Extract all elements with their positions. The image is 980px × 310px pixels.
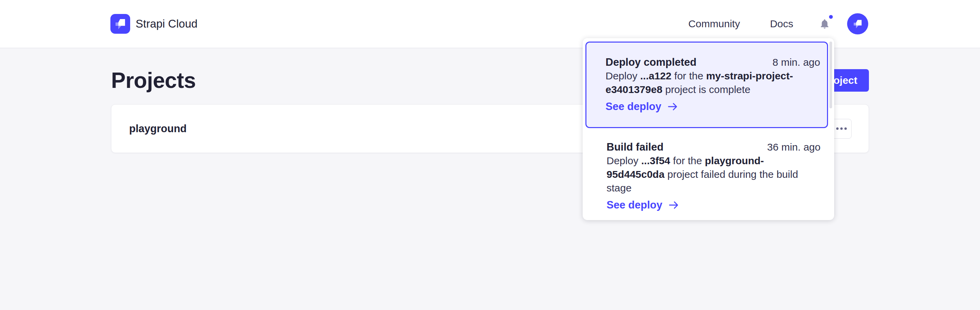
- bell-icon: [819, 18, 830, 30]
- more-options-icon: [836, 127, 838, 130]
- notification-title: Deploy completed: [606, 56, 697, 69]
- header-nav: Community Docs: [688, 13, 868, 34]
- brand: Strapi Cloud: [110, 14, 197, 34]
- strapi-logo-icon: [110, 14, 130, 34]
- project-name: playground: [129, 122, 187, 135]
- see-deploy-label: See deploy: [606, 198, 662, 212]
- nav-docs[interactable]: Docs: [770, 18, 793, 30]
- unread-dot: [829, 15, 833, 19]
- arrow-right-icon: [668, 199, 679, 211]
- strapi-avatar-icon: [850, 16, 866, 32]
- see-deploy-label: See deploy: [606, 100, 662, 113]
- notifications-list: Deploy completed8 min. agoDeploy ...a122…: [585, 41, 828, 212]
- see-deploy-link[interactable]: See deploy: [606, 198, 679, 212]
- nav-community[interactable]: Community: [688, 18, 740, 30]
- notifications-button[interactable]: [819, 18, 831, 30]
- notification-item[interactable]: Deploy completed8 min. agoDeploy ...a122…: [585, 41, 828, 128]
- notification-body: Deploy ...3f54 for the playground-95d445…: [606, 154, 821, 195]
- notification-time: 8 min. ago: [773, 56, 820, 69]
- brand-name: Strapi Cloud: [135, 17, 197, 30]
- notification-title: Build failed: [606, 140, 663, 154]
- see-deploy-link[interactable]: See deploy: [606, 100, 678, 113]
- notification-title-row: Deploy completed8 min. ago: [606, 56, 820, 69]
- notification-body: Deploy ...a122 for the my-strapi-project…: [606, 69, 820, 96]
- user-avatar[interactable]: [847, 13, 868, 34]
- notifications-dropdown: Deploy completed8 min. agoDeploy ...a122…: [583, 38, 834, 220]
- scrollbar-thumb[interactable]: [829, 41, 832, 108]
- notification-title-row: Build failed36 min. ago: [606, 140, 821, 154]
- notification-item[interactable]: Build failed36 min. agoDeploy ...3f54 fo…: [585, 128, 828, 212]
- page-title: Projects: [111, 68, 196, 93]
- arrow-right-icon: [667, 101, 678, 113]
- project-menu-button[interactable]: [831, 119, 851, 139]
- strapi-logo[interactable]: [110, 14, 130, 34]
- notification-time: 36 min. ago: [767, 140, 821, 154]
